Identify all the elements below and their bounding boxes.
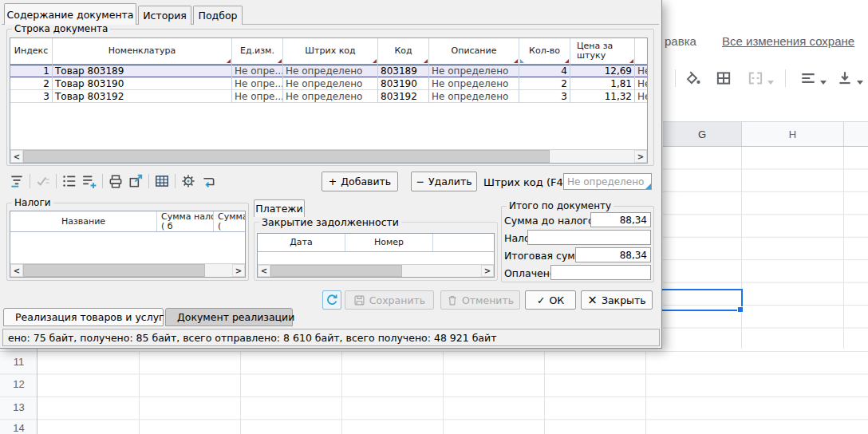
export-icon[interactable] — [127, 172, 144, 190]
column-header-partial[interactable] — [844, 122, 868, 146]
col-code[interactable]: Код — [378, 38, 429, 64]
table-header-row: Индекс Номенклатура Ед.изм. Штрих код Ко… — [10, 38, 647, 65]
fill-handle[interactable] — [737, 306, 744, 313]
col-tax-name[interactable]: Название — [10, 211, 157, 231]
barcode-f4-label: Штрих код (F4) — [483, 176, 567, 188]
save-button[interactable]: Сохранить — [345, 290, 434, 310]
borders-icon[interactable] — [715, 69, 732, 89]
selected-cell-outline[interactable] — [661, 289, 743, 311]
add-to-list-icon[interactable] — [81, 172, 98, 190]
status-bar: ено: 75 байт, получено: 85 байт, всего о… — [2, 329, 660, 346]
refresh-button[interactable] — [322, 290, 341, 310]
table-row[interactable]: 3 Товар 803192 Не опре... Не определено … — [10, 90, 647, 103]
column-header-g[interactable]: G — [663, 122, 742, 146]
table-row[interactable]: 1 Товар 803189 Не опре... Не определено … — [10, 65, 647, 77]
col-barcode[interactable]: Штрих код — [283, 38, 378, 64]
column-header-h[interactable]: H — [742, 122, 844, 146]
align-caret-icon[interactable] — [819, 77, 827, 88]
taxes-hscrollbar[interactable]: < > — [10, 263, 245, 277]
scroll-thumb[interactable] — [23, 150, 550, 163]
col-unit[interactable]: Ед.изм. — [232, 38, 283, 64]
window-tab-document[interactable]: Документ реализации — [165, 308, 293, 326]
numbered-list-icon[interactable] — [61, 172, 78, 190]
scroll-right-icon[interactable]: > — [481, 265, 494, 277]
grid-icon[interactable] — [153, 172, 171, 190]
row-header-11[interactable]: 11 — [0, 356, 37, 368]
cancel-button[interactable]: Отменить — [440, 290, 520, 310]
table-row[interactable]: 2 Товар 803190 Не опре... Не определено … — [10, 77, 647, 90]
row-header-12[interactable]: 12 — [0, 378, 37, 390]
col-sum2[interactable]: Сумма н( — [214, 211, 245, 231]
scroll-right-icon[interactable]: > — [634, 150, 647, 163]
sheet-grid-bottom — [0, 349, 868, 434]
col-tax-sum[interactable]: Сумма налога( б — [157, 211, 214, 231]
document-lines-table[interactable]: Индекс Номенклатура Ед.изм. Штрих код Ко… — [10, 37, 648, 164]
col-empty[interactable] — [433, 234, 494, 251]
scroll-left-icon[interactable]: < — [258, 265, 270, 277]
totals-group-label: Итого по документу — [507, 200, 614, 211]
paid-value[interactable] — [550, 265, 651, 280]
payments-header-row: Дата Номер — [258, 234, 494, 252]
save-icon — [353, 294, 365, 306]
barcode-input[interactable]: Не определено — [563, 173, 652, 190]
col-price[interactable]: Цена заштуку — [570, 38, 635, 64]
minus-icon: − — [416, 176, 424, 187]
tab-payments[interactable]: Платежи — [254, 199, 305, 217]
filter-icon[interactable] — [8, 172, 26, 190]
tab-document-content[interactable]: Содержание документа — [4, 3, 136, 25]
scroll-left-icon[interactable]: < — [10, 264, 23, 277]
row-header-13[interactable]: 13 — [0, 401, 37, 413]
scroll-thumb[interactable] — [23, 264, 205, 277]
col-description[interactable]: Описание — [429, 38, 519, 64]
tab-selection[interactable]: Подбор — [193, 6, 243, 25]
tax-value[interactable] — [527, 230, 651, 245]
validate-icon[interactable] — [34, 172, 52, 190]
ok-button[interactable]: ✓ ОК — [525, 290, 576, 310]
payments-hscrollbar[interactable]: < > — [258, 264, 494, 277]
print-icon[interactable] — [107, 172, 124, 190]
col-clipped[interactable] — [635, 38, 647, 64]
col-number[interactable]: Номер — [345, 234, 433, 251]
col-index[interactable]: Индекс — [10, 38, 53, 64]
valign-caret-icon[interactable] — [856, 77, 864, 88]
payments-table[interactable]: Дата Номер < > — [257, 233, 495, 278]
autosave-status-link[interactable]: Все изменения сохране — [722, 34, 868, 48]
tab-history[interactable]: История — [138, 6, 191, 25]
vertical-align-icon[interactable] — [836, 69, 854, 89]
taxes-table[interactable]: Название Сумма налога( б Сумма н( < > — [10, 211, 246, 278]
col-date[interactable]: Дата — [258, 234, 345, 251]
menu-item-fragment[interactable]: равка — [665, 34, 696, 48]
scroll-right-icon[interactable]: > — [232, 264, 245, 277]
scroll-thumb[interactable] — [270, 265, 402, 277]
col-qty[interactable]: Кол-во — [519, 38, 570, 64]
gridline-vertical — [544, 351, 545, 434]
gridline-vertical — [341, 351, 342, 434]
refresh-icon — [326, 294, 338, 306]
pre-tax-value[interactable]: 88,34 — [590, 212, 651, 227]
reload-icon[interactable] — [199, 172, 217, 190]
col-nomenclature[interactable]: Номенклатура — [53, 38, 232, 64]
fill-color-icon[interactable] — [684, 69, 701, 89]
input-corner-mark — [645, 183, 651, 189]
plus-icon: + — [329, 176, 337, 187]
gridline-vertical — [645, 351, 646, 434]
total-value[interactable]: 88,34 — [575, 247, 651, 262]
table-toolbar — [8, 172, 217, 190]
table-hscrollbar[interactable]: < > — [10, 149, 647, 163]
column-header-row: G H — [663, 121, 868, 147]
close-button[interactable]: × Закрыть — [581, 290, 653, 310]
merge-cells-icon[interactable] — [747, 69, 764, 89]
taxes-header-row: Название Сумма налога( б Сумма н( — [10, 211, 245, 232]
add-row-button[interactable]: + Добавить — [322, 172, 398, 191]
gear-icon[interactable] — [180, 172, 197, 190]
check-icon: ✓ — [537, 294, 545, 306]
row-header-14[interactable]: 14 — [0, 422, 37, 434]
status-text: ено: 75 байт, получено: 85 байт, всего о… — [8, 332, 496, 344]
toolbar-separator — [675, 69, 676, 87]
horizontal-align-icon[interactable] — [799, 69, 817, 89]
scroll-left-icon[interactable]: < — [10, 150, 23, 163]
window-tab-sales[interactable]: Реализация товаров и услуг — [3, 308, 164, 326]
merge-cells-caret-icon[interactable] — [767, 77, 775, 88]
gridline-vertical — [240, 351, 241, 434]
remove-row-button[interactable]: − Удалить — [411, 172, 477, 191]
